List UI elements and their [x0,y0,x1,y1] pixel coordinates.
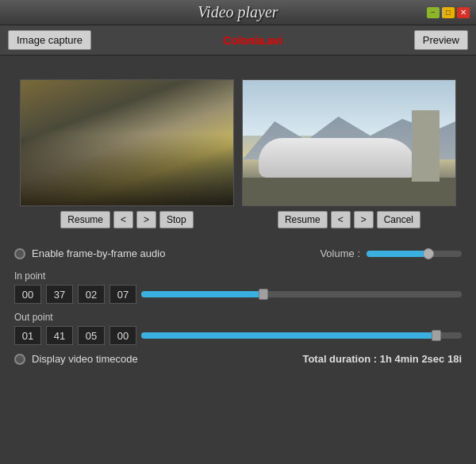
minimize-button[interactable]: − [427,7,440,18]
next-button-2[interactable]: > [354,211,374,228]
scene1-overlay [21,134,233,205]
in-point-label: In point [14,270,462,282]
timecode-radio[interactable] [14,354,25,365]
out-point-m[interactable]: 41 [46,326,73,345]
resume-button-1[interactable]: Resume [60,211,110,228]
out-point-row: 01 41 05 00 [14,326,462,345]
cancel-button-2[interactable]: Cancel [377,211,420,228]
volume-label: Volume : [320,247,360,259]
out-point-thumb[interactable] [432,330,441,341]
video-frame-1 [20,79,234,206]
footer-row: Display video timecode Total duration : … [14,353,462,365]
out-point-group: Out point 01 41 05 00 [14,312,462,345]
timecode-label: Display video timecode [32,353,138,365]
frame-audio-label: Enable frame-by-frame audio [32,247,165,259]
image-capture-button[interactable]: Image capture [8,30,91,50]
maximize-button[interactable]: □ [442,7,455,18]
preview-button[interactable]: Preview [414,30,468,50]
in-point-m[interactable]: 37 [46,285,73,304]
video-panel-1: Resume < > Stop [20,79,234,228]
volume-right: Volume : [320,247,462,259]
audio-row: Enable frame-by-frame audio Volume : [14,247,462,259]
in-point-s[interactable]: 02 [78,285,105,304]
prev-button-1[interactable]: < [113,211,133,228]
volume-fill [367,251,428,257]
in-point-fill [141,291,263,297]
prev-button-2[interactable]: < [331,211,351,228]
title-bar: Video player − □ ✕ [0,0,476,25]
in-point-thumb[interactable] [259,289,268,300]
toolbar: Image capture Colonia.avi Preview [0,25,476,56]
close-button[interactable]: ✕ [457,7,470,18]
volume-thumb[interactable] [423,248,434,259]
footer-left: Display video timecode [14,353,138,365]
in-point-h[interactable]: 00 [14,285,41,304]
window-controls: − □ ✕ [427,7,470,18]
scene2-plane [259,138,417,178]
resume-button-2[interactable]: Resume [278,211,328,228]
scene2-ground [243,178,455,205]
out-point-fill [141,332,436,339]
video-frame-2 [242,79,456,206]
video-area: Resume < > Stop Resume < > Cancel [0,56,476,236]
frame-audio-radio[interactable] [14,248,25,259]
in-point-row: 00 37 02 07 [14,285,462,304]
bottom-section: Enable frame-by-frame audio Volume : In … [0,236,476,373]
scene2-tower [412,110,440,182]
out-point-h[interactable]: 01 [14,326,41,345]
in-point-slider[interactable] [141,291,462,297]
volume-slider[interactable] [367,251,462,257]
video-controls-1: Resume < > Stop [60,211,193,228]
out-point-slider[interactable] [141,332,462,339]
out-point-label: Out point [14,312,462,323]
audio-left: Enable frame-by-frame audio [14,247,165,259]
next-button-1[interactable]: > [136,211,156,228]
video-panel-2: Resume < > Cancel [242,79,456,228]
in-point-group: In point 00 37 02 07 [14,270,462,304]
out-point-s[interactable]: 05 [78,326,105,345]
in-point-f[interactable]: 07 [109,285,136,304]
out-point-f[interactable]: 00 [109,326,136,345]
filename-label: Colonia.avi [223,34,282,47]
duration-text: Total duration : 1h 4min 2sec 18i [302,353,462,365]
stop-button-1[interactable]: Stop [159,211,194,228]
video-controls-2: Resume < > Cancel [278,211,420,228]
app-title: Video player [198,3,278,21]
